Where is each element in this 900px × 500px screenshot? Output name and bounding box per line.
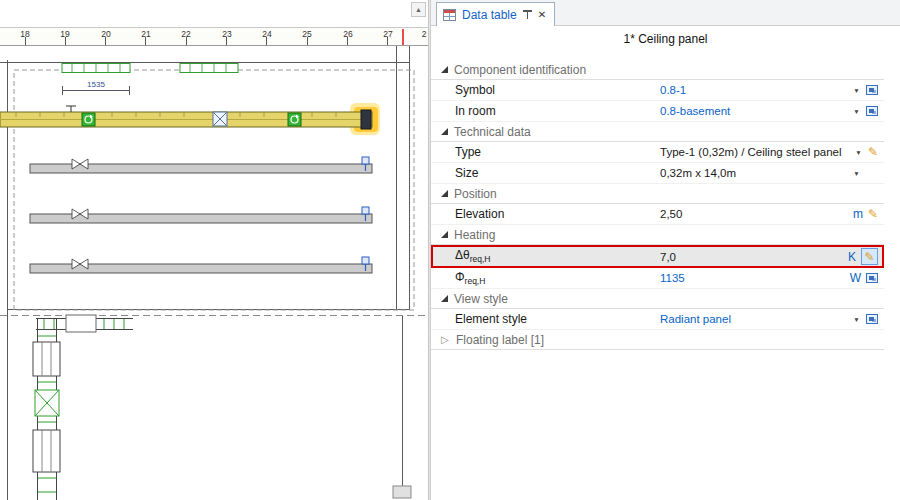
section-header-position[interactable]: Position (431, 184, 884, 204)
scroll-up-icon: ▲ (415, 6, 422, 13)
collapse-triangle-icon (441, 295, 448, 302)
section-label: Floating label [1] (456, 333, 544, 347)
spacer (866, 168, 878, 178)
pencil-icon: ✎ (864, 251, 874, 263)
elevation-label: Elevation (431, 207, 657, 221)
ruler-number: 25 (302, 29, 312, 39)
collapse-triangle-icon (441, 231, 448, 238)
expand-triangle-icon: ▷ (441, 335, 450, 345)
connection-icon (362, 157, 369, 164)
pencil-icon[interactable]: ✎ (868, 146, 878, 158)
scroll-up-button[interactable]: ▲ (411, 2, 426, 17)
radiator-bar[interactable] (30, 207, 372, 223)
property-row-size[interactable]: Size 0,32m x 14,0m ▼ (431, 163, 884, 184)
section-header-view-style[interactable]: View style (431, 289, 884, 309)
junction-box-icon[interactable] (213, 112, 227, 126)
phi-subscript: req,H (465, 276, 486, 286)
chevron-down-icon[interactable]: ▼ (852, 170, 861, 177)
pick-in-drawing-icon[interactable] (866, 314, 878, 324)
unit-label: m (851, 207, 863, 221)
property-row-phi-req[interactable]: Φreq,H 1135 W (431, 268, 884, 289)
property-grid: Component identification Symbol 0.8-1 ▼ … (431, 60, 884, 350)
property-row-delta-theta-req[interactable]: Δθreq,H 7,0 K ✎ (431, 245, 884, 268)
tab-label: Data table (462, 8, 517, 22)
chevron-down-icon[interactable]: ▼ (852, 316, 861, 323)
wall-end-cap (393, 486, 411, 498)
ceiling-panel-element[interactable] (0, 103, 380, 135)
lower-wall-structure (33, 315, 133, 500)
pencil-icon[interactable]: ✎ (868, 208, 878, 220)
type-value[interactable]: Type-1 (0,32m) / Ceiling steel panel (657, 146, 854, 158)
element-style-value[interactable]: Radiant panel (657, 313, 852, 325)
drawing-canvas[interactable]: 18 19 20 21 22 23 24 25 26 27 2 (0, 0, 430, 500)
unit-label: K (844, 250, 856, 264)
panel-tab-bar: Data table ✕ (431, 0, 900, 26)
chevron-down-icon[interactable]: ▼ (852, 87, 861, 94)
data-table-icon (443, 9, 456, 21)
size-label: Size (431, 166, 657, 180)
symbol-value[interactable]: 0.8-1 (657, 84, 852, 96)
chevron-down-icon[interactable]: ▼ (854, 149, 863, 156)
delta-theta-subscript: req,H (470, 255, 491, 265)
panel-title: 1* Ceiling panel (431, 26, 900, 52)
spacer (431, 52, 900, 60)
fitting-symbol (66, 106, 76, 112)
section-label: Position (454, 187, 497, 201)
data-table-panel: Data table ✕ 1* Ceiling panel Component … (431, 0, 900, 500)
phi-symbol: Φ (455, 270, 465, 284)
ruler-number: 23 (222, 29, 232, 39)
section-label: View style (454, 292, 508, 306)
dimension-annotation: 1535 (62, 80, 130, 95)
chevron-down-icon[interactable]: ▼ (852, 108, 861, 115)
pump-icon[interactable] (82, 113, 95, 126)
tab-data-table[interactable]: Data table ✕ (436, 2, 555, 26)
edit-value-button[interactable]: ✎ (861, 248, 878, 265)
application-window: 18 19 20 21 22 23 24 25 26 27 2 (0, 0, 900, 500)
panel-endpoint-selected[interactable] (361, 110, 371, 129)
pick-in-drawing-icon[interactable] (866, 273, 878, 283)
ruler-number: 18 (20, 29, 30, 39)
symbol-label: Symbol (431, 83, 657, 97)
section-header-floating-label[interactable]: ▷ Floating label [1] (431, 330, 884, 350)
ruler-number: 2 (422, 29, 427, 39)
property-row-in-room[interactable]: In room 0.8-basement ▼ (431, 101, 884, 122)
in-room-label: In room (431, 104, 657, 118)
pin-icon[interactable] (523, 9, 532, 20)
section-label: Component identification (454, 63, 586, 77)
element-style-label: Element style (431, 312, 657, 326)
type-label: Type (431, 145, 657, 159)
property-row-symbol[interactable]: Symbol 0.8-1 ▼ (431, 80, 884, 101)
pick-in-drawing-icon[interactable] (866, 106, 878, 116)
property-row-elevation[interactable]: Elevation 2,50 m ✎ (431, 204, 884, 225)
ruler-number: 20 (101, 29, 111, 39)
ruler-number: 26 (343, 29, 353, 39)
horizontal-ruler: 18 19 20 21 22 23 24 25 26 27 2 (0, 28, 430, 46)
close-icon[interactable]: ✕ (538, 10, 546, 20)
section-header-technical[interactable]: Technical data (431, 122, 884, 142)
property-row-type[interactable]: Type Type-1 (0,32m) / Ceiling steel pane… (431, 142, 884, 163)
ruler-number: 19 (60, 29, 70, 39)
phi-value[interactable]: 1135 (657, 272, 849, 284)
in-room-value[interactable]: 0.8-basement (657, 105, 852, 117)
section-header-identification[interactable]: Component identification (431, 60, 884, 80)
radiator-bar[interactable] (30, 157, 372, 173)
dimension-label: 1535 (87, 80, 105, 89)
section-label: Heating (454, 228, 495, 242)
connection-icon (362, 257, 369, 264)
elevation-value[interactable]: 2,50 (657, 208, 851, 220)
ruler-number: 21 (141, 29, 151, 39)
pump-icon[interactable] (288, 113, 301, 126)
property-row-element-style[interactable]: Element style Radiant panel ▼ (431, 309, 884, 330)
ruler-number: 27 (383, 29, 393, 39)
size-value[interactable]: 0,32m x 14,0m (657, 167, 852, 179)
collapse-triangle-icon (441, 66, 448, 73)
unit-label: W (849, 271, 861, 285)
pick-in-drawing-icon[interactable] (866, 85, 878, 95)
radiator-bar[interactable] (30, 257, 372, 273)
delta-theta-label: Δθreq,H (431, 248, 657, 264)
delta-theta-value[interactable]: 7,0 (657, 251, 844, 263)
collapse-triangle-icon (441, 128, 448, 135)
phi-label: Φreq,H (431, 270, 657, 286)
floor-plan-svg[interactable]: 18 19 20 21 22 23 24 25 26 27 2 (0, 0, 430, 500)
section-header-heating[interactable]: Heating (431, 225, 884, 245)
